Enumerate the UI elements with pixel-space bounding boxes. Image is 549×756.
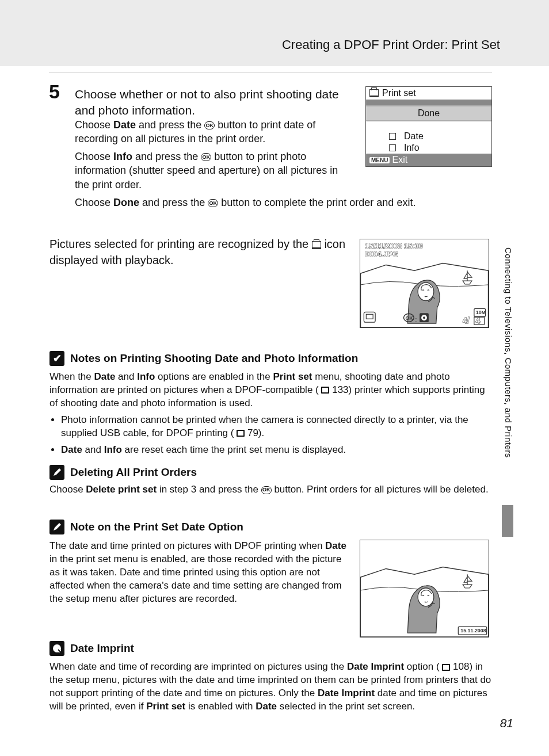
notes-heading-3: Note on the Print Set Date Option bbox=[49, 520, 243, 534]
ok-icon: OK bbox=[261, 486, 272, 494]
page-header: Creating a DPOF Print Order: Print Set bbox=[282, 37, 500, 52]
svg-text:10м: 10м bbox=[476, 310, 485, 315]
notes-body-2: Choose Delete print set in step 3 and pr… bbox=[49, 483, 493, 497]
pencil-icon bbox=[49, 520, 64, 534]
ok-icon: OK bbox=[208, 199, 218, 207]
notes-body-4: When date and time of recording are impr… bbox=[49, 660, 493, 713]
step-paragraph-info: Choose Info and press the OK button to p… bbox=[75, 150, 351, 192]
svg-text::: : bbox=[415, 315, 417, 323]
pencil-icon bbox=[49, 465, 64, 480]
ok-icon: OK bbox=[201, 153, 211, 161]
side-tab-label: Connecting to Televisions, Computers, an… bbox=[504, 247, 513, 501]
divider bbox=[49, 72, 492, 72]
svg-text:4/: 4/ bbox=[463, 316, 470, 325]
svg-rect-2 bbox=[364, 312, 375, 322]
menu-chip-icon: MENU bbox=[369, 157, 390, 163]
date-imprint-stamp: 15.11.2008 bbox=[460, 628, 486, 633]
checkbox-date bbox=[389, 133, 396, 140]
svg-point-1 bbox=[418, 282, 434, 301]
check-icon: ✔ bbox=[49, 351, 64, 366]
playback-preview-2: 15.11.2008 bbox=[360, 540, 489, 637]
print-set-date: Date bbox=[404, 131, 424, 142]
ok-icon: OK bbox=[204, 121, 215, 129]
playback-filename: 0004.JPG bbox=[365, 250, 398, 258]
notes-bullets: Photo information cannot be printed when… bbox=[49, 414, 493, 460]
notes-body-1: When the Date and Info options are enabl… bbox=[49, 371, 493, 410]
checkbox-info bbox=[389, 144, 396, 151]
notes-heading-4: Date Imprint bbox=[49, 641, 134, 656]
playback-datetime: 15/11/2008 15:30 bbox=[365, 242, 423, 250]
svg-text:OK: OK bbox=[405, 315, 413, 321]
notes-heading-2: Deleting All Print Orders bbox=[49, 465, 197, 480]
reference-icon bbox=[321, 387, 329, 394]
page-number: 81 bbox=[500, 716, 513, 730]
playback-preview: 15/11/2008 15:30 0004.JPG OK : 10м 4/ 4 bbox=[360, 239, 489, 328]
step-number: 5 bbox=[49, 81, 60, 103]
svg-point-16 bbox=[418, 588, 434, 606]
print-set-exit: Exit bbox=[392, 155, 407, 165]
notes-heading-1: ✔ Notes on Printing Shooting Date and Ph… bbox=[49, 351, 358, 366]
print-set-icon bbox=[369, 89, 379, 97]
print-set-menu: Print set Done Date Info MENUExit bbox=[365, 86, 492, 167]
print-set-info: Info bbox=[404, 143, 420, 153]
print-set-title: Print set bbox=[382, 88, 416, 98]
print-set-done: Done bbox=[366, 105, 491, 121]
notes-body-3: The date and time printed on pictures wi… bbox=[49, 540, 354, 606]
tip-icon bbox=[49, 641, 64, 656]
reference-icon bbox=[442, 664, 450, 671]
svg-point-9 bbox=[423, 316, 425, 319]
step-paragraph-done: Choose Done and press the OK button to c… bbox=[75, 196, 489, 209]
step-paragraph-date: Choose Date and press the OK button to p… bbox=[75, 118, 340, 146]
print-set-icon bbox=[312, 241, 321, 249]
step-title: Choose whether or not to also print shoo… bbox=[75, 86, 357, 119]
playback-note: Pictures selected for printing are recog… bbox=[49, 236, 354, 268]
side-tab-marker bbox=[502, 505, 513, 537]
reference-icon bbox=[237, 430, 245, 437]
